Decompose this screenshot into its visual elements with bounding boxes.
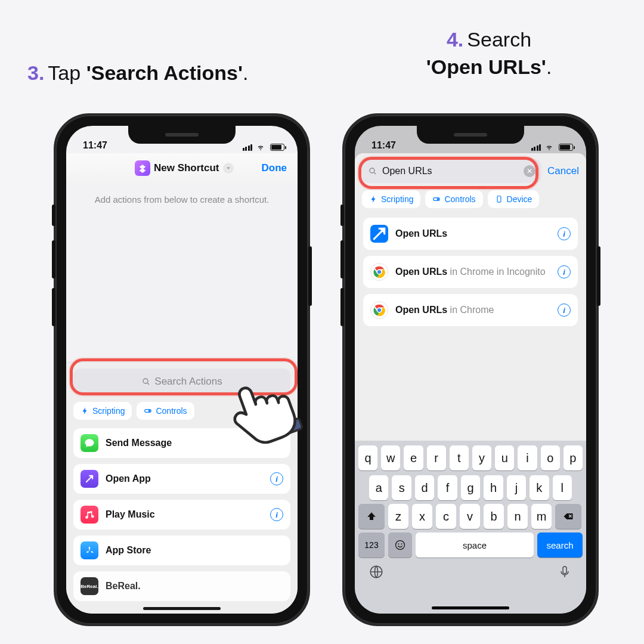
chip-scripting[interactable]: Scripting (362, 190, 420, 208)
keyboard-row-1: q w e r t y u i o p (355, 441, 586, 470)
key-y[interactable]: y (472, 445, 491, 470)
svg-rect-19 (563, 566, 566, 574)
search-value: Open URLs (382, 166, 519, 177)
result-open-urls[interactable]: Open URLs i (363, 218, 578, 250)
key-e[interactable]: e (404, 445, 423, 470)
svg-point-17 (401, 543, 402, 544)
key-123[interactable]: 123 (358, 532, 385, 558)
key-w[interactable]: w (381, 445, 400, 470)
info-icon[interactable]: i (558, 265, 571, 278)
action-play-music[interactable]: Play Music i (73, 500, 290, 530)
info-icon[interactable]: i (270, 508, 283, 521)
key-z[interactable]: z (388, 504, 408, 529)
action-app-store[interactable]: App Store (73, 535, 290, 565)
keyboard: q w e r t y u i o p a s d f g h (355, 441, 586, 614)
key-p[interactable]: p (564, 445, 583, 470)
key-s[interactable]: s (392, 475, 411, 500)
result-open-urls-chrome-incognito[interactable]: Open URLs in Chrome in Incognito i (363, 256, 578, 288)
key-c[interactable]: c (436, 504, 456, 529)
key-shift[interactable] (358, 504, 385, 529)
status-time: 11:47 (83, 140, 107, 151)
wifi-icon (256, 144, 265, 151)
scripting-icon (80, 407, 89, 415)
svg-point-4 (370, 168, 374, 173)
nav-title: New Shortcut (154, 162, 219, 174)
open-app-icon (80, 470, 98, 488)
signal-icon (243, 144, 253, 151)
key-x[interactable]: x (412, 504, 432, 529)
shortcuts-app-icon (135, 160, 150, 176)
chrome-icon (370, 301, 388, 319)
key-h[interactable]: h (484, 475, 503, 500)
info-icon[interactable]: i (558, 227, 571, 240)
clear-icon[interactable]: ✕ (524, 165, 535, 177)
battery-icon (270, 144, 284, 151)
key-emoji[interactable] (388, 532, 412, 558)
chip-controls[interactable]: Controls (137, 402, 194, 420)
search-input[interactable]: Open URLs ✕ (362, 159, 541, 183)
bereal-icon: BeReal. (80, 577, 98, 595)
key-t[interactable]: t (450, 445, 469, 470)
chip-controls[interactable]: Controls (425, 190, 482, 208)
svg-point-15 (396, 541, 405, 550)
appstore-icon (80, 541, 98, 559)
info-icon[interactable]: i (558, 304, 571, 317)
chrome-icon (370, 263, 388, 281)
info-icon[interactable]: i (270, 472, 283, 485)
notch (128, 126, 236, 144)
battery-icon (559, 144, 573, 151)
key-n[interactable]: n (507, 504, 528, 529)
svg-point-0 (143, 379, 148, 383)
nav-bar: New Shortcut Done (66, 153, 298, 183)
key-q[interactable]: q (358, 445, 377, 470)
key-i[interactable]: i (518, 445, 537, 470)
svg-point-6 (437, 198, 439, 200)
svg-point-2 (148, 410, 151, 412)
key-a[interactable]: a (369, 475, 388, 500)
cancel-button[interactable]: Cancel (547, 165, 579, 177)
controls-icon (144, 407, 152, 415)
key-l[interactable]: l (553, 475, 572, 500)
key-v[interactable]: v (460, 504, 480, 529)
key-g[interactable]: g (461, 475, 480, 500)
notch (417, 126, 524, 144)
svg-point-16 (398, 543, 400, 544)
shift-icon (366, 511, 377, 522)
action-bereal[interactable]: BeReal. BeReal. (73, 571, 290, 601)
mic-icon[interactable] (556, 564, 573, 580)
key-u[interactable]: u (495, 445, 514, 470)
key-f[interactable]: f (438, 475, 457, 500)
controls-icon (432, 195, 441, 203)
chip-device[interactable]: Device (488, 190, 540, 208)
key-j[interactable]: j (507, 475, 526, 500)
key-k[interactable]: k (530, 475, 549, 500)
safari-open-icon (370, 225, 388, 243)
keyboard-row-2: a s d f g h j k l (355, 470, 586, 500)
key-space[interactable]: space (416, 532, 534, 558)
key-d[interactable]: d (415, 475, 434, 500)
home-indicator (143, 607, 221, 610)
action-open-app[interactable]: Open App i (73, 464, 290, 494)
emoji-icon (394, 539, 406, 551)
backspace-icon (562, 510, 574, 522)
result-open-urls-chrome[interactable]: Open URLs in Chrome i (363, 294, 578, 326)
chevron-down-icon[interactable] (223, 163, 234, 174)
search-icon (141, 377, 151, 386)
wifi-icon (544, 144, 554, 151)
key-backspace[interactable] (555, 504, 581, 529)
instruction-step-4: 4.Search 'Open URLs'. (358, 26, 620, 81)
messages-icon (80, 434, 98, 452)
key-o[interactable]: o (541, 445, 560, 470)
empty-hint: Add actions from below to create a short… (66, 183, 298, 206)
music-icon (80, 506, 98, 524)
key-r[interactable]: r (427, 445, 446, 470)
key-b[interactable]: b (484, 504, 504, 529)
tap-cursor-icon (221, 370, 304, 459)
search-placeholder: Search Actions (154, 376, 222, 388)
search-icon (368, 166, 377, 176)
globe-icon[interactable] (368, 564, 385, 580)
key-m[interactable]: m (531, 504, 552, 529)
key-search[interactable]: search (537, 532, 583, 558)
done-button[interactable]: Done (262, 162, 287, 174)
chip-scripting[interactable]: Scripting (73, 402, 132, 420)
